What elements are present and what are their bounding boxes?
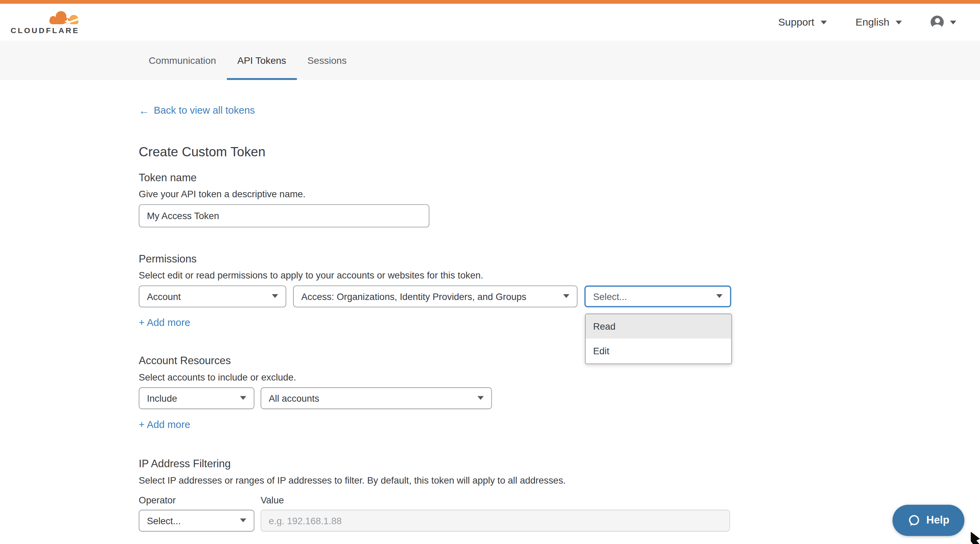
cloudflare-wordmark: CLOUDFLARE	[11, 26, 81, 35]
arrow-left-icon: ←	[138, 105, 149, 116]
user-menu[interactable]	[931, 16, 956, 29]
value-label: Value	[261, 495, 284, 505]
ip-filtering-heading: IP Address Filtering	[138, 457, 980, 470]
chevron-down-icon	[950, 20, 956, 24]
chevron-down-icon	[896, 20, 902, 24]
account-resources-description: Select accounts to include or exclude.	[138, 371, 980, 382]
token-name-input[interactable]	[138, 204, 429, 227]
chevron-down-icon	[563, 294, 569, 298]
resource-mode-select[interactable]: Include	[138, 387, 255, 409]
token-name-description: Give your API token a descriptive name.	[138, 188, 980, 200]
permissions-heading: Permissions	[138, 252, 980, 265]
token-name-heading: Token name	[138, 171, 980, 184]
main-content: ← Back to view all tokens Create Custom …	[0, 80, 980, 531]
chevron-down-icon	[240, 396, 246, 400]
permission-resource-select[interactable]: Access: Organizations, Identity Provider…	[293, 285, 578, 307]
ip-operator-select[interactable]: Select...	[138, 509, 255, 531]
account-resources-heading: Account Resources	[138, 354, 980, 367]
tab-communication[interactable]: Communication	[138, 41, 227, 80]
access-level-menu: Read Edit	[585, 313, 732, 364]
help-button-label: Help	[926, 514, 949, 527]
menu-item-edit[interactable]: Edit	[585, 339, 731, 363]
language-label: English	[856, 16, 889, 29]
chevron-down-icon	[716, 294, 722, 298]
permission-access-select[interactable]: Select...	[584, 285, 731, 307]
back-link[interactable]: ← Back to view all tokens	[138, 105, 255, 116]
page-title: Create Custom Token	[138, 144, 980, 159]
user-avatar-icon	[931, 16, 943, 29]
back-link-label: Back to view all tokens	[154, 105, 255, 116]
permission-access-placeholder: Select...	[593, 291, 627, 301]
resource-accounts-value: All accounts	[269, 392, 319, 403]
ip-filtering-labels: Operator Value	[138, 495, 980, 505]
profile-tabs: Communication API Tokens Sessions	[0, 41, 980, 80]
add-more-permission-link[interactable]: + Add more	[138, 317, 190, 328]
menu-item-read[interactable]: Read	[585, 314, 731, 339]
header-actions: Support English	[778, 16, 956, 29]
ip-value-input[interactable]	[261, 509, 730, 531]
page: CLOUDFLARE Support English Communication…	[0, 0, 980, 544]
language-menu[interactable]: English	[856, 16, 902, 29]
permissions-description: Select edit or read permissions to apply…	[138, 269, 980, 281]
resource-accounts-select[interactable]: All accounts	[261, 387, 492, 409]
permission-scope-select[interactable]: Account	[138, 285, 286, 307]
permission-resource-value: Access: Organizations, Identity Provider…	[301, 291, 526, 301]
cloudflare-cloud-icon	[45, 10, 81, 25]
permissions-row: Account Access: Organizations, Identity …	[138, 285, 980, 307]
ip-filtering-row: Select...	[138, 509, 980, 531]
chevron-down-icon	[821, 20, 827, 24]
account-resources-row: Include All accounts	[138, 387, 980, 409]
chevron-down-icon	[477, 396, 484, 400]
app-header: CLOUDFLARE Support English	[0, 4, 980, 41]
mouse-cursor	[971, 532, 980, 544]
cloudflare-logo[interactable]: CLOUDFLARE	[11, 10, 81, 35]
tab-sessions[interactable]: Sessions	[297, 41, 357, 80]
chat-bubble-icon	[908, 514, 921, 527]
chevron-down-icon	[272, 294, 278, 298]
help-button[interactable]: Help	[892, 505, 964, 536]
permission-scope-value: Account	[147, 291, 181, 301]
resource-mode-value: Include	[147, 392, 177, 403]
support-menu[interactable]: Support	[778, 16, 827, 29]
chevron-down-icon	[240, 519, 246, 522]
operator-label: Operator	[138, 495, 261, 505]
support-label: Support	[778, 16, 815, 29]
ip-filtering-description: Select IP addresses or ranges of IP addr…	[138, 474, 980, 485]
add-more-resource-link[interactable]: + Add more	[138, 419, 190, 430]
ip-operator-placeholder: Select...	[147, 515, 181, 526]
tab-api-tokens[interactable]: API Tokens	[227, 41, 297, 80]
brand-top-bar	[0, 0, 980, 4]
